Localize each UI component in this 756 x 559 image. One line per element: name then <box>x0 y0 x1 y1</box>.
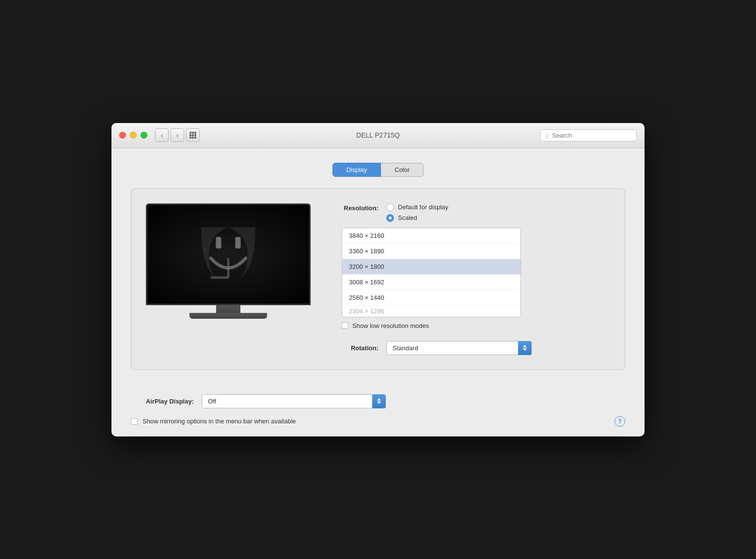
minimize-button[interactable] <box>130 132 137 139</box>
airplay-label: AirPlay Display: <box>131 398 194 405</box>
nav-buttons: ‹ › <box>155 128 184 142</box>
grid-icon <box>189 132 196 139</box>
forward-button[interactable]: › <box>171 128 184 142</box>
rotation-select-wrapper: Standard 90° 180° 270° <box>386 341 532 355</box>
low-res-checkbox[interactable] <box>342 322 348 329</box>
mirroring-left: Show mirroring options in the menu bar w… <box>131 418 296 425</box>
maximize-button[interactable] <box>141 132 147 139</box>
display-panel: Resolution: Default for display Scaled <box>131 188 625 370</box>
low-res-row: Show low resolution modes <box>342 322 610 329</box>
radio-scaled[interactable]: Scaled <box>386 214 448 222</box>
search-input[interactable] <box>552 132 631 139</box>
mirroring-checkbox[interactable] <box>131 418 138 425</box>
res-item-0[interactable]: 3840 × 2160 <box>342 228 520 244</box>
monitor-container <box>146 203 311 319</box>
tab-display[interactable]: Display <box>332 163 381 177</box>
res-item-3[interactable]: 3008 × 1692 <box>342 275 520 290</box>
airplay-row: AirPlay Display: Off On <box>131 394 625 408</box>
svg-rect-1 <box>216 237 221 248</box>
tab-color[interactable]: Color <box>381 163 424 177</box>
radio-scaled-label: Scaled <box>398 214 417 221</box>
resolution-options: Default for display Scaled <box>386 203 448 222</box>
rotation-label: Rotation: <box>330 344 378 352</box>
settings-side: Resolution: Default for display Scaled <box>330 203 610 355</box>
mirroring-label: Show mirroring options in the menu bar w… <box>142 418 296 425</box>
bottom-area: AirPlay Display: Off On Show mirroring o… <box>111 385 645 436</box>
radio-default[interactable]: Default for display <box>386 203 448 211</box>
titlebar: ‹ › DELL P2715Q ⌕ <box>111 123 645 148</box>
search-box[interactable]: ⌕ <box>540 129 637 141</box>
monitor-stand-base <box>189 313 267 319</box>
traffic-lights <box>119 132 147 139</box>
help-button[interactable]: ? <box>614 416 625 427</box>
monitor-screen <box>146 203 311 305</box>
resolution-row: Resolution: Default for display Scaled <box>330 203 610 222</box>
res-item-2[interactable]: 3200 × 1800 <box>342 259 520 275</box>
window-title: DELL P2715Q <box>356 131 400 139</box>
radio-scaled-circle <box>386 214 394 222</box>
rotation-row: Rotation: Standard 90° 180° 270° <box>330 341 610 355</box>
low-res-label: Show low resolution modes <box>352 322 429 329</box>
main-content: Display Color <box>111 148 645 385</box>
mirroring-row: Show mirroring options in the menu bar w… <box>131 416 625 427</box>
segmented-control: Display Color <box>131 163 625 177</box>
rotation-select[interactable]: Standard 90° 180° 270° <box>386 341 532 355</box>
radio-default-label: Default for display <box>398 203 448 211</box>
airplay-select-wrapper: Off On <box>202 394 386 408</box>
finder-icon <box>189 216 267 293</box>
close-button[interactable] <box>119 132 126 139</box>
search-icon: ⌕ <box>545 132 549 139</box>
back-button[interactable]: ‹ <box>155 128 169 142</box>
res-item-5[interactable]: 2304 × 1296 <box>342 306 520 317</box>
monitor-stand-neck <box>216 305 240 313</box>
res-item-4[interactable]: 2560 × 1440 <box>342 290 520 306</box>
res-item-1[interactable]: 3360 × 1890 <box>342 244 520 259</box>
grid-button[interactable] <box>186 128 200 142</box>
airplay-select[interactable]: Off On <box>202 394 386 408</box>
window: ‹ › DELL P2715Q ⌕ Display Color <box>111 123 645 436</box>
resolution-list: 3840 × 2160 3360 × 1890 3200 × 1800 3008… <box>342 228 521 317</box>
radio-default-circle <box>386 203 394 211</box>
svg-rect-2 <box>235 237 240 248</box>
monitor-display <box>147 205 309 304</box>
resolution-label: Resolution: <box>330 203 378 212</box>
